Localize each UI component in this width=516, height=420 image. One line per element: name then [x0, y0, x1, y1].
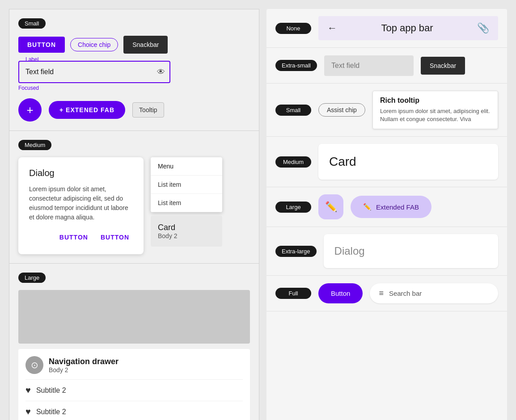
nav-drawer-title: Navigation drawer — [49, 357, 118, 366]
nav-drawer-header: ⊙ Navigation drawer Body 2 — [25, 356, 243, 374]
fab-extended-label: + EXTENED FAB — [59, 106, 114, 113]
nav-avatar-icon: ⊙ — [31, 360, 38, 370]
none-badge: None — [275, 23, 311, 34]
tooltip: Tooltip — [132, 102, 164, 118]
text-field-focused-label: Focused — [18, 85, 250, 91]
fab-extended-button[interactable]: + EXTENED FAB — [49, 101, 125, 119]
right-row-extra-large: Extra-large Dialog — [266, 227, 507, 276]
medium-section-content: Dialog Lorem ipsum dolor sit amet, conse… — [18, 157, 250, 254]
nav-drawer-card: ⊙ Navigation drawer Body 2 ♥ Subtitle 2 … — [18, 349, 250, 420]
card-medium-title: Card — [329, 155, 487, 169]
choice-chip[interactable]: Choice chip — [70, 38, 118, 51]
large-badge-right: Large — [275, 202, 311, 213]
small-badge: Small — [18, 18, 46, 29]
search-bar: ≡ Search bar — [370, 283, 498, 303]
nav-drawer-subtitle: Body 2 — [49, 366, 118, 374]
right-panel: None ← Top app bar 📎 Extra-small Snackba… — [266, 9, 507, 420]
right-row-medium: Medium Card — [266, 137, 507, 187]
menu-item-2[interactable]: List item — [151, 194, 222, 212]
rich-tooltip-body: Lorem ipsum dolor sit amet, adipiscing e… — [380, 107, 491, 123]
card-small: Card Body 2 — [151, 216, 222, 247]
rich-tooltip-title: Rich tooltip — [380, 97, 491, 105]
fab-row: + + EXTENED FAB Tooltip — [18, 98, 250, 122]
filled-button[interactable]: BUTTON — [18, 37, 65, 53]
nav-item-2-label: Subtitle 2 — [36, 408, 66, 416]
right-row-large: Large ✏️ ✏️ Extended FAB — [266, 187, 507, 227]
right-row-none: None ← Top app bar 📎 — [266, 9, 507, 48]
eye-icon[interactable]: 👁 — [157, 67, 165, 77]
left-panel: Small BUTTON Choice chip Snackbar Label … — [9, 9, 259, 420]
dialog-title: Dialog — [29, 168, 133, 178]
small-section: Small BUTTON Choice chip Snackbar Label … — [9, 9, 259, 131]
heart-icon-2: ♥ — [25, 407, 31, 417]
card-small-body: Body 2 — [158, 232, 215, 239]
nav-item-1-label: Subtitle 2 — [36, 386, 66, 395]
medium-badge-right: Medium — [275, 156, 311, 168]
large-image-placeholder — [18, 290, 250, 344]
menu-icon[interactable]: ≡ — [379, 289, 384, 298]
menu-card-col: Menu List item List item Card Body 2 — [151, 157, 222, 254]
search-bar-label: Search bar — [389, 290, 422, 297]
menu-panel: Menu List item List item — [151, 157, 222, 212]
large-section: Large ⊙ Navigation drawer Body 2 ♥ Subti… — [9, 264, 259, 420]
heart-icon-1: ♥ — [25, 385, 31, 395]
pencil-icon-extended: ✏️ — [363, 203, 372, 211]
snackbar: Snackbar — [123, 36, 168, 54]
text-field-container: Label 👁 Focused — [18, 61, 250, 91]
dialog-body: Lorem ipsum dolor sit amet, consectetur … — [29, 185, 133, 222]
text-field-gray[interactable] — [324, 55, 414, 76]
medium-section: Medium Dialog Lorem ipsum dolor sit amet… — [9, 131, 259, 264]
nav-avatar: ⊙ — [25, 356, 43, 374]
dialog-actions: BUTTON BUTTON — [29, 231, 133, 244]
snackbar-sm: Snackbar — [421, 57, 465, 75]
right-row-extra-small: Extra-small Snackbar — [266, 48, 507, 84]
extra-large-badge-right: Extra-large — [275, 246, 317, 257]
top-app-bar-title: Top app bar — [381, 22, 433, 34]
right-row-small: Small Assist chip Rich tooltip Lorem ips… — [266, 84, 507, 137]
extra-small-badge: Extra-small — [275, 60, 317, 71]
card-medium: Card — [318, 144, 498, 180]
menu-header: Menu — [151, 157, 222, 176]
fab-circle-button[interactable]: + — [18, 98, 42, 122]
medium-badge: Medium — [18, 140, 51, 150]
dialog-preview: Dialog — [324, 234, 498, 268]
full-badge-right: Full — [275, 288, 311, 299]
nav-item-2[interactable]: ♥ Subtitle 2 — [25, 401, 243, 420]
filled-purple-button[interactable]: Button — [318, 283, 363, 303]
dialog-button-2[interactable]: BUTTON — [97, 231, 133, 244]
fab-extended-purple-button[interactable]: ✏️ Extended FAB — [351, 196, 431, 218]
dialog-card: Dialog Lorem ipsum dolor sit amet, conse… — [18, 157, 144, 254]
menu-item-1[interactable]: List item — [151, 176, 222, 194]
fab-extended-purple-label: Extended FAB — [376, 203, 419, 211]
small-badge-right: Small — [275, 105, 311, 116]
assist-chip[interactable]: Assist chip — [318, 103, 365, 117]
nav-item-1[interactable]: ♥ Subtitle 2 — [25, 379, 243, 401]
top-app-bar: ← Top app bar 📎 — [318, 16, 498, 40]
small-section-row: BUTTON Choice chip Snackbar — [18, 36, 250, 54]
large-badge: Large — [18, 273, 46, 283]
rich-tooltip: Rich tooltip Lorem ipsum dolor sit amet,… — [372, 91, 498, 129]
back-arrow-icon[interactable]: ← — [327, 22, 337, 34]
dialog-preview-title: Dialog — [334, 245, 487, 257]
text-field-input[interactable] — [18, 61, 170, 83]
clip-icon[interactable]: 📎 — [477, 22, 489, 34]
right-row-full: Full Button ≡ Search bar — [266, 276, 507, 311]
fab-small-purple-button[interactable]: ✏️ — [318, 194, 343, 219]
nav-drawer-text: Navigation drawer Body 2 — [49, 357, 118, 374]
pencil-icon-small: ✏️ — [325, 201, 337, 213]
dialog-button-1[interactable]: BUTTON — [56, 231, 92, 244]
card-small-title: Card — [158, 223, 215, 232]
